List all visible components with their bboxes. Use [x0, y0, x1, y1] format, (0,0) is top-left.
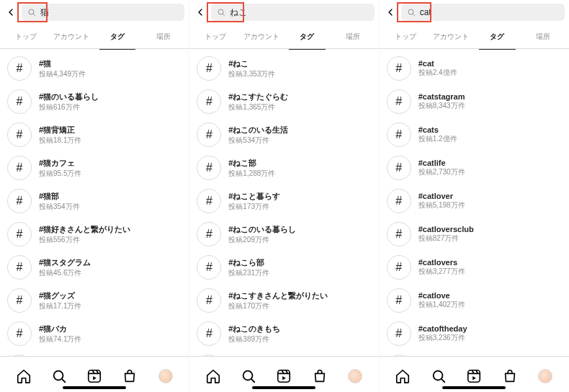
back-button[interactable]: [194, 6, 207, 19]
nav-reels[interactable]: [466, 368, 482, 384]
search-input[interactable]: cat: [401, 4, 565, 21]
tab-place[interactable]: 場所: [520, 24, 566, 49]
nav-profile[interactable]: [537, 368, 553, 384]
nav-home[interactable]: [395, 368, 411, 384]
hashtag-row[interactable]: ##catoftheday投稿3,236万件: [380, 317, 569, 350]
hashtag-count: 投稿556万件: [39, 235, 182, 245]
chevron-left-icon: [5, 6, 17, 18]
hashtag-row[interactable]: ##cats投稿1.2億件: [380, 118, 569, 151]
hashtag-info: #ねこのいる生活投稿534万件: [228, 125, 371, 146]
hashtag-list[interactable]: ##猫投稿4,349万件##猫のいる暮らし投稿616万件##猫背矯正投稿18.1…: [0, 49, 189, 356]
tab-place[interactable]: 場所: [140, 24, 187, 49]
hashtag-info: #cats投稿1.2億件: [418, 125, 562, 144]
home-indicator: [252, 386, 315, 389]
back-button[interactable]: [384, 6, 397, 19]
nav-shop[interactable]: [122, 368, 138, 384]
nav-profile[interactable]: [158, 368, 174, 384]
hashtag-info: #catoftheday投稿3,236万件: [418, 324, 562, 343]
search-input[interactable]: ねこ: [211, 4, 374, 21]
hashtag-row[interactable]: ##猫グッズ投稿17.1万件: [0, 284, 189, 317]
hashtag-row[interactable]: ##cat投稿2.4億件: [380, 52, 569, 85]
nav-reels[interactable]: [276, 368, 292, 384]
tab-account[interactable]: アカウント: [428, 24, 474, 49]
hashtag-row[interactable]: ##ねこ部投稿1,288万件: [189, 151, 378, 184]
tab-place[interactable]: 場所: [330, 24, 376, 49]
hashtag-row[interactable]: ##catstagram投稿8,343万件: [380, 85, 569, 118]
hashtag-row[interactable]: ##ねこのいる暮らし投稿209万件: [189, 218, 378, 251]
nav-shop[interactable]: [312, 368, 328, 384]
search-input[interactable]: 猫: [22, 4, 184, 21]
hashtag-row[interactable]: ##catlover投稿5,198万件: [380, 184, 569, 218]
hashtag-info: #catlover投稿5,198万件: [418, 192, 562, 210]
hashtag-row[interactable]: ##ねこすたぐらむ投稿1,365万件: [189, 85, 378, 118]
hashtag-row[interactable]: ##猫投稿4,349万件: [0, 52, 189, 85]
hashtag-name: #catlovers: [418, 258, 562, 267]
hashtag-icon: #: [197, 255, 221, 280]
hashtag-row[interactable]: ##catloversclub投稿827万件: [380, 218, 569, 251]
tab-tag[interactable]: タグ: [474, 24, 520, 49]
hashtag-info: #cat投稿2.4億件: [418, 59, 562, 78]
hashtag-row[interactable]: ##catlove投稿1,402万件: [380, 284, 569, 317]
hashtag-info: #猫バカ投稿74.1万件: [39, 324, 182, 344]
tab-account[interactable]: アカウント: [238, 24, 284, 49]
hashtag-row[interactable]: ##猫スタグラム投稿45.6万件: [0, 251, 189, 284]
hashtag-row[interactable]: ##ねこのいる生活投稿534万件: [189, 118, 378, 151]
hashtag-name: #cat: [418, 59, 562, 68]
hashtag-name: #ねこすきさんと繋がりたい: [228, 290, 371, 301]
nav-home[interactable]: [205, 368, 221, 384]
hashtag-count: 投稿231万件: [228, 268, 371, 278]
hashtag-row[interactable]: ##猫バカ投稿74.1万件: [0, 317, 189, 350]
hashtag-name: #catloversclub: [418, 225, 562, 233]
search-icon: [241, 368, 256, 384]
hashtag-row[interactable]: ##ねこばか: [189, 350, 378, 356]
hashtag-count: 投稿616万件: [39, 102, 182, 112]
hashtag-count: 投稿1,288万件: [228, 169, 371, 179]
filter-tabs: トップアカウントタグ場所: [189, 24, 378, 49]
nav-shop[interactable]: [502, 368, 518, 384]
hashtag-list[interactable]: ##cat投稿2.4億件##catstagram投稿8,343万件##cats投…: [380, 49, 569, 356]
hashtag-row[interactable]: ##catphoto: [380, 350, 569, 356]
hashtag-icon: #: [7, 89, 32, 114]
hashtag-row[interactable]: ##catlovers投稿3,277万件: [380, 251, 569, 284]
tab-top[interactable]: トップ: [192, 24, 238, 49]
nav-reels[interactable]: [86, 368, 102, 384]
tab-tag[interactable]: タグ: [284, 24, 330, 49]
hashtag-row[interactable]: ##猫カフェ投稿95.5万件: [0, 151, 189, 184]
hashtag-count: 投稿74.1万件: [39, 334, 182, 344]
avatar-icon: [158, 369, 173, 383]
hashtag-row[interactable]: ##猫部投稿354万件: [0, 184, 189, 218]
hashtag-list[interactable]: ##ねこ投稿3,353万件##ねこすたぐらむ投稿1,365万件##ねこのいる生活…: [189, 49, 378, 356]
nav-search[interactable]: [241, 368, 256, 384]
tab-account[interactable]: アカウント: [49, 24, 95, 49]
hashtag-row[interactable]: ##猫好きさんと繋がりたい投稿556万件: [0, 218, 189, 251]
tab-tag[interactable]: タグ: [94, 24, 140, 49]
hashtag-row[interactable]: ##猫背矯正投稿18.1万件: [0, 118, 189, 151]
hashtag-info: #catlove投稿1,402万件: [418, 291, 562, 310]
search-icon: [27, 8, 36, 17]
reels-icon: [86, 368, 102, 384]
hashtag-row[interactable]: ##猫写真: [0, 350, 189, 356]
nav-home[interactable]: [16, 368, 32, 384]
hashtag-row[interactable]: ##catlife投稿2,730万件: [380, 151, 569, 184]
nav-search[interactable]: [431, 368, 447, 384]
hashtag-icon: #: [197, 288, 221, 313]
hashtag-row[interactable]: ##ねこと暮らす投稿173万件: [189, 184, 378, 218]
tab-top[interactable]: トップ: [382, 24, 429, 49]
hashtag-info: #猫背矯正投稿18.1万件: [39, 125, 182, 146]
hashtag-row[interactable]: ##猫のいる暮らし投稿616万件: [0, 85, 189, 118]
hashtag-count: 投稿170万件: [228, 301, 371, 311]
hashtag-row[interactable]: ##ねこ投稿3,353万件: [189, 52, 378, 85]
hashtag-count: 投稿4,349万件: [39, 69, 182, 79]
hashtag-row[interactable]: ##ねこら部投稿231万件: [189, 251, 378, 284]
hashtag-name: #猫スタグラム: [39, 257, 182, 268]
hashtag-name: #ねこすたぐらむ: [228, 92, 371, 102]
nav-search[interactable]: [51, 368, 67, 384]
hashtag-row[interactable]: ##ねこのきもち投稿389万件: [189, 317, 378, 350]
nav-profile[interactable]: [347, 368, 363, 384]
hashtag-name: #ねこ部: [228, 158, 371, 169]
back-button[interactable]: [4, 6, 17, 19]
hashtag-info: #猫のいる暮らし投稿616万件: [39, 92, 182, 112]
hashtag-row[interactable]: ##ねこすきさんと繋がりたい投稿170万件: [189, 284, 378, 317]
tab-top[interactable]: トップ: [3, 24, 49, 49]
hashtag-name: #猫: [39, 58, 182, 69]
